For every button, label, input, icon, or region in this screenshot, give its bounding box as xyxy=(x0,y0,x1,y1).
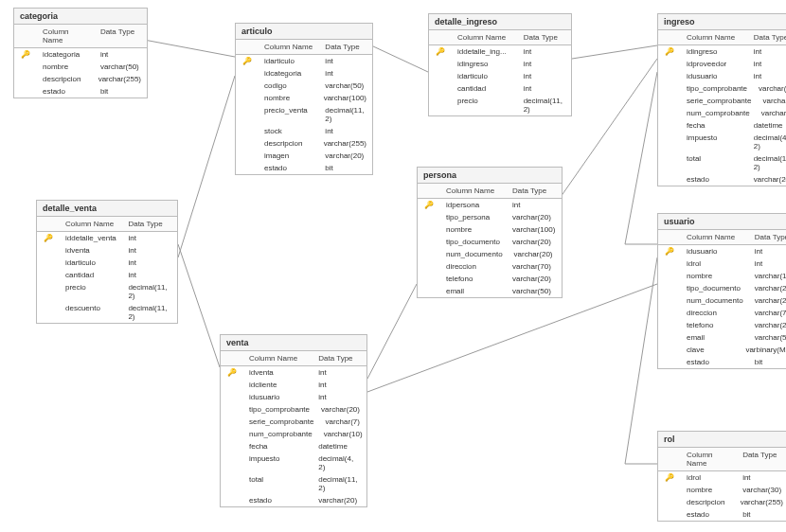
table-row[interactable]: direccionvarchar(70) xyxy=(418,260,562,273)
table-row[interactable]: serie_comprobantevarchar(7) xyxy=(221,416,366,428)
table-row[interactable]: estadobit xyxy=(658,508,786,521)
column-type: int xyxy=(319,55,372,67)
table-row[interactable]: nombrevarchar(100) xyxy=(658,270,786,282)
table-row[interactable]: tipo_comprobantevarchar(20) xyxy=(658,82,786,95)
table-persona[interactable]: personaColumn NameData Type🔑idpersonaint… xyxy=(417,167,563,298)
table-row[interactable]: num_documentovarchar(20) xyxy=(658,294,786,307)
table-row[interactable]: idclienteint xyxy=(221,379,366,391)
table-ingreso[interactable]: ingresoColumn NameData Type🔑idingresoint… xyxy=(657,13,786,186)
table-row[interactable]: tipo_documentovarchar(20) xyxy=(418,236,562,248)
table-row[interactable]: imagenvarchar(20) xyxy=(236,150,372,162)
table-row[interactable]: precio_ventadecimal(11, 2) xyxy=(236,104,372,125)
svg-line-1 xyxy=(371,45,428,72)
column-name: nombre xyxy=(681,484,737,496)
table-row[interactable]: idcategoriaint xyxy=(236,67,372,80)
table-detalle_ingreso[interactable]: detalle_ingresoColumn NameData Type🔑idde… xyxy=(428,13,572,116)
key-spacer xyxy=(658,257,681,270)
table-detalle_venta[interactable]: detalle_ventaColumn NameData Type🔑iddeta… xyxy=(36,200,178,324)
column-type: int xyxy=(122,269,177,281)
table-row[interactable]: 🔑iddetalle_ing...int xyxy=(429,45,571,58)
table-row[interactable]: nombrevarchar(50) xyxy=(14,61,147,73)
key-spacer xyxy=(658,119,681,132)
column-type: int xyxy=(518,58,571,70)
table-row[interactable]: cantidadint xyxy=(429,82,571,95)
table-row[interactable]: tipo_documentovarchar(20) xyxy=(658,282,786,294)
table-row[interactable]: stockint xyxy=(236,125,372,137)
table-row[interactable]: 🔑idpersonaint xyxy=(418,199,562,211)
column-name: tipo_documento xyxy=(440,236,507,248)
key-spacer xyxy=(37,269,60,281)
table-row[interactable]: preciodecimal(11, 2) xyxy=(37,281,177,302)
table-row[interactable]: num_comprobantevarchar(10) xyxy=(658,107,786,119)
table-categoria[interactable]: categoriaColumn NameData Type🔑idcategori… xyxy=(13,8,148,98)
table-row[interactable]: fechadatetime xyxy=(658,119,786,132)
table-row[interactable]: nombrevarchar(100) xyxy=(236,92,372,104)
table-row[interactable]: fechadatetime xyxy=(221,440,366,452)
table-row[interactable]: tipo_comprobantevarchar(20) xyxy=(221,403,366,416)
table-row[interactable]: 🔑idarticuloint xyxy=(236,55,372,67)
table-row[interactable]: serie_comprobantevarchar(7) xyxy=(658,95,786,107)
table-row[interactable]: idarticuloint xyxy=(37,257,177,269)
table-row[interactable]: telefonovarchar(20) xyxy=(418,273,562,285)
table-usuario[interactable]: usuarioColumn NameData Type🔑idusuarioint… xyxy=(657,213,786,369)
column-type: varchar(255) xyxy=(93,73,147,85)
header-data-type: Data Type xyxy=(95,25,147,47)
table-row[interactable]: idproveedorint xyxy=(658,58,786,70)
table-row[interactable]: estadobit xyxy=(658,356,786,368)
table-row[interactable]: emailvarchar(50) xyxy=(658,331,786,344)
table-row[interactable]: idingresoint xyxy=(429,58,571,70)
table-row[interactable]: codigovarchar(50) xyxy=(236,80,372,92)
svg-line-5 xyxy=(561,59,657,197)
table-row[interactable]: nombrevarchar(30) xyxy=(658,484,786,496)
table-row[interactable]: totaldecimal(11, 2) xyxy=(221,473,366,494)
table-row[interactable]: cantidadint xyxy=(37,269,177,281)
table-row[interactable]: estadovarchar(20) xyxy=(221,494,366,506)
table-row[interactable]: impuestodecimal(4, 2) xyxy=(658,132,786,152)
column-name: estado xyxy=(681,356,749,368)
column-name: estado xyxy=(259,162,319,174)
table-row[interactable]: estadobit xyxy=(14,85,147,98)
table-header: Column NameData Type xyxy=(236,40,372,55)
table-row[interactable]: idventaint xyxy=(37,244,177,257)
table-row[interactable]: idarticuloint xyxy=(429,70,571,82)
key-spacer xyxy=(658,95,681,107)
column-name: precio_venta xyxy=(259,104,319,125)
column-name: tipo_comprobante xyxy=(681,82,753,95)
key-spacer xyxy=(236,67,259,80)
table-row[interactable]: num_documentovarchar(20) xyxy=(418,248,562,260)
table-row[interactable]: descripcionvarchar(255) xyxy=(236,137,372,150)
table-row[interactable]: idrolint xyxy=(658,257,786,270)
table-venta[interactable]: ventaColumn NameData Type🔑idventaintidcl… xyxy=(220,334,367,507)
column-name: idingreso xyxy=(452,58,518,70)
table-row[interactable]: telefonovarchar(20) xyxy=(658,319,786,331)
table-row[interactable]: impuestodecimal(4, 2) xyxy=(221,452,366,473)
table-row[interactable]: preciodecimal(11, 2) xyxy=(429,95,571,115)
table-row[interactable]: nombrevarchar(100) xyxy=(418,223,562,236)
table-row[interactable]: tipo_personavarchar(20) xyxy=(418,211,562,223)
primary-key-icon: 🔑 xyxy=(658,471,681,484)
table-row[interactable]: 🔑idventaint xyxy=(221,366,366,379)
table-rol[interactable]: rolColumn NameData Type🔑idrolintnombreva… xyxy=(657,431,786,522)
table-articulo[interactable]: articuloColumn NameData Type🔑idarticuloi… xyxy=(235,23,373,175)
table-row[interactable]: descuentodecimal(11, 2) xyxy=(37,302,177,323)
header-column-name: Column Name xyxy=(37,25,95,47)
table-row[interactable]: 🔑iddetalle_ventaint xyxy=(37,232,177,244)
table-row[interactable]: 🔑idcategoriaint xyxy=(14,48,147,61)
table-row[interactable]: num_comprobantevarchar(10) xyxy=(221,428,366,440)
table-row[interactable]: emailvarchar(50) xyxy=(418,285,562,297)
table-row[interactable]: totaldecimal(11, 2) xyxy=(658,152,786,173)
column-type: decimal(11, 2) xyxy=(319,104,372,125)
table-row[interactable]: 🔑idrolint xyxy=(658,471,786,484)
table-row[interactable]: descripcionvarchar(255) xyxy=(14,73,147,85)
table-row[interactable]: clavevarbinary(MAX) xyxy=(658,344,786,356)
table-row[interactable]: 🔑idingresoint xyxy=(658,45,786,58)
table-row[interactable]: 🔑idusuarioint xyxy=(658,245,786,257)
table-row[interactable]: idusuarioint xyxy=(221,391,366,403)
column-name: fecha xyxy=(243,440,313,452)
table-row[interactable]: descripcionvarchar(255) xyxy=(658,496,786,508)
key-spacer xyxy=(14,61,37,73)
table-row[interactable]: estadovarchar(20) xyxy=(658,173,786,186)
table-row[interactable]: estadobit xyxy=(236,162,372,174)
table-row[interactable]: idusuarioint xyxy=(658,70,786,82)
table-row[interactable]: direccionvarchar(70) xyxy=(658,307,786,319)
